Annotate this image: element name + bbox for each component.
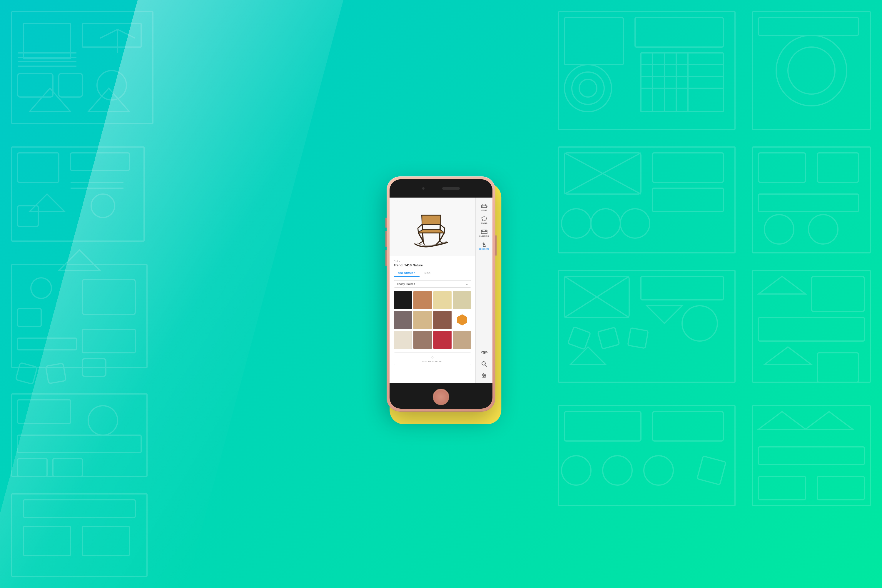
filter-icon-button[interactable] [480, 372, 488, 380]
sidebar-item-decorate[interactable]: DECORATE [478, 239, 490, 252]
color-swatch-9[interactable] [394, 331, 412, 349]
color-swatch-7[interactable] [434, 311, 452, 329]
svg-line-147 [485, 365, 487, 367]
sidebar-item-sleeping[interactable]: SLEEPING [478, 226, 490, 239]
svg-point-153 [483, 376, 484, 378]
sleeping-icon [481, 229, 488, 235]
svg-rect-68 [641, 276, 723, 300]
color-swatch-5[interactable] [394, 311, 412, 329]
svg-rect-73 [628, 328, 648, 348]
svg-line-133 [486, 220, 486, 221]
product-info-section: Color Trend, T410 Nature COLOR/SIZE INFO [390, 256, 476, 277]
nav-bottom-icons [480, 348, 488, 383]
svg-point-152 [484, 375, 486, 376]
svg-rect-40 [82, 526, 129, 556]
svg-point-84 [808, 214, 838, 244]
svg-rect-15 [70, 153, 129, 171]
phone-screen[interactable]: Color Trend, T410 Nature COLOR/SIZE INFO… [390, 198, 492, 383]
svg-point-94 [561, 456, 591, 485]
volume-up-button [386, 231, 387, 247]
svg-line-117 [418, 228, 418, 233]
svg-marker-89 [764, 347, 812, 364]
home-button[interactable] [433, 388, 449, 405]
svg-rect-101 [759, 447, 864, 465]
svg-rect-14 [18, 153, 59, 182]
svg-rect-71 [568, 327, 591, 350]
svg-rect-34 [18, 435, 141, 453]
svg-marker-115 [423, 216, 440, 224]
color-swatch-1[interactable] [394, 291, 412, 309]
color-swatch-12[interactable] [453, 331, 471, 349]
svg-rect-36 [53, 459, 82, 476]
sidebar-item-dining[interactable]: DINING [478, 213, 490, 226]
status-bar [390, 179, 492, 198]
speaker-grille [442, 187, 460, 190]
tab-color-size[interactable]: COLOR/SIZE [394, 270, 420, 277]
eye-icon-button[interactable] [480, 348, 488, 356]
svg-rect-18 [18, 206, 38, 226]
svg-rect-2 [82, 24, 141, 47]
phone-frame: Color Trend, T410 Nature COLOR/SIZE INFO… [387, 176, 495, 412]
sidebar-item-living[interactable]: LIVING [478, 201, 490, 213]
camera-dot [422, 187, 424, 190]
svg-rect-79 [753, 147, 870, 253]
svg-rect-88 [759, 318, 864, 341]
add-to-wishlist-button[interactable]: ♡ ADD TO WISHLIST [394, 352, 471, 365]
svg-rect-81 [818, 153, 858, 182]
svg-point-95 [603, 456, 632, 485]
svg-rect-23 [18, 309, 41, 326]
svg-point-151 [483, 374, 484, 375]
svg-marker-99 [759, 412, 806, 429]
color-swatch-11[interactable] [434, 331, 452, 349]
svg-rect-29 [46, 363, 66, 384]
svg-rect-21 [12, 265, 147, 368]
color-swatch-4[interactable] [453, 291, 471, 309]
svg-point-5 [97, 70, 126, 100]
svg-rect-37 [12, 494, 147, 576]
svg-line-121 [423, 241, 424, 244]
svg-line-119 [444, 228, 445, 233]
color-swatch-2[interactable] [413, 291, 432, 309]
svg-rect-59 [652, 153, 723, 182]
svg-point-62 [591, 209, 620, 238]
color-swatch-3[interactable] [434, 291, 452, 309]
product-chair-image [409, 204, 456, 250]
wishlist-button-label: ADD TO WISHLIST [422, 360, 443, 363]
svg-rect-102 [759, 476, 806, 500]
svg-rect-25 [82, 279, 135, 315]
color-field-label: Color [394, 260, 471, 263]
color-swatch-8-hex[interactable] [453, 311, 471, 329]
svg-rect-97 [697, 456, 726, 485]
power-button [495, 235, 496, 256]
svg-marker-7 [29, 88, 70, 112]
dining-icon [481, 216, 488, 222]
svg-rect-64 [559, 270, 735, 382]
tab-info[interactable]: INFO [420, 270, 435, 277]
svg-rect-82 [759, 194, 858, 212]
svg-rect-27 [82, 329, 135, 353]
svg-point-77 [788, 47, 835, 94]
main-content-area: Color Trend, T410 Nature COLOR/SIZE INFO… [390, 198, 476, 383]
svg-rect-103 [818, 476, 864, 500]
svg-rect-38 [24, 500, 135, 518]
svg-rect-93 [652, 412, 723, 441]
svg-rect-35 [18, 459, 47, 476]
svg-point-22 [31, 278, 51, 298]
svg-rect-139 [482, 230, 483, 231]
color-swatch-10[interactable] [413, 331, 432, 349]
right-navigation: LIVING [476, 198, 492, 383]
svg-marker-24 [59, 250, 100, 270]
svg-marker-16 [29, 194, 64, 212]
wishlist-heart-icon: ♡ [431, 355, 435, 360]
svg-point-45 [572, 72, 604, 104]
svg-point-83 [764, 214, 794, 244]
svg-marker-74 [570, 347, 606, 364]
search-icon-button[interactable] [480, 360, 488, 368]
svg-point-70 [682, 306, 717, 341]
finish-dropdown[interactable]: Ebony Stained ⌄ [394, 280, 471, 288]
svg-point-61 [561, 209, 591, 238]
volume-down-button [386, 250, 387, 266]
color-swatch-6[interactable] [413, 311, 432, 329]
svg-rect-26 [18, 338, 76, 350]
product-image-area [390, 198, 476, 256]
